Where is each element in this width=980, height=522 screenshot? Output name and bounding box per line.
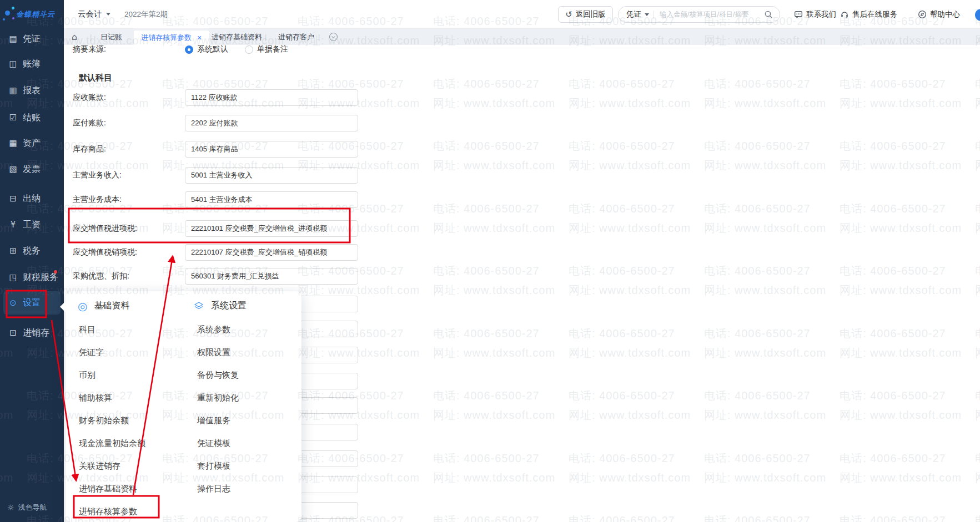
report-icon: ▥	[8, 85, 18, 95]
home-tab[interactable]: ⌂	[72, 29, 77, 45]
sidebar-item-label: 出纳	[23, 193, 41, 205]
settings-icon: ⊙	[8, 298, 18, 308]
close-tab-icon[interactable]: ×	[197, 34, 202, 42]
payable-account-input[interactable]	[185, 115, 358, 131]
vat-output-tax-input[interactable]	[185, 244, 358, 261]
menu-item-subjects[interactable]: 科目	[79, 325, 96, 335]
tab-bar: ⌂ | 日记账 进销存核算参数 × 进销存基础资料 | 进销存客户 |	[64, 29, 980, 45]
layers-icon	[193, 301, 204, 312]
logo-dot-icon	[12, 7, 14, 9]
basic-data-header: ◎ 基础资料	[78, 300, 129, 312]
menu-item-operation-log[interactable]: 操作日志	[197, 484, 230, 494]
logo-dot-icon	[3, 18, 5, 21]
top-header: 云会计 2022年第2期 ↺ 返回旧版 凭证 联系我们	[64, 0, 980, 29]
sidebar-item-settings[interactable]: ⊙ 设置	[3, 291, 61, 315]
purchase-discount-input[interactable]	[185, 268, 358, 285]
after-sales-service-link[interactable]: 售后在线服务	[840, 0, 897, 28]
menu-item-voucher-template[interactable]: 凭证模板	[197, 438, 230, 449]
sidebar-item-report[interactable]: ▥ 报表	[3, 79, 61, 102]
help-center-label: 帮助中心	[930, 9, 960, 19]
sidebar-item-cashier[interactable]: ⊟ 出纳	[3, 187, 61, 210]
vat-input-tax-input[interactable]	[185, 220, 358, 237]
sidebar-item-inventory[interactable]: ⊡ 进销存	[3, 321, 61, 344]
sidebar-item-label: 设置	[23, 297, 41, 309]
invoice-icon: ▧	[8, 164, 18, 174]
form-row-payable: 应付账款:	[73, 115, 358, 131]
search-input[interactable]	[659, 10, 760, 19]
asset-icon: ▦	[8, 138, 18, 148]
sun-icon: ☼	[7, 503, 14, 512]
undo-icon: ↺	[565, 9, 572, 19]
closing-icon: ☑	[8, 113, 18, 123]
menu-item-reinitialize[interactable]: 重新初始化	[197, 393, 239, 403]
sidebar-item-voucher[interactable]: ▤ 凭证	[3, 27, 61, 50]
radio-document-note[interactable]	[245, 45, 253, 54]
tab-journal[interactable]: 日记账	[100, 29, 122, 45]
product-switcher[interactable]: 云会计	[78, 0, 110, 28]
back-button-label: 返回旧版	[576, 9, 606, 19]
contact-us-link[interactable]: 联系我们	[794, 0, 836, 28]
tab-overflow-icon[interactable]	[329, 29, 338, 45]
payroll-icon: ¥	[8, 220, 18, 230]
main-income-input[interactable]	[185, 167, 358, 184]
radio-system-default[interactable]	[185, 45, 193, 54]
form-row-main-income: 主营业务收入:	[73, 167, 358, 184]
menu-item-backup-restore[interactable]: 备份与恢复	[197, 370, 239, 381]
menu-item-print-template[interactable]: 套打模板	[197, 461, 230, 472]
logo-dot-icon	[12, 17, 14, 19]
sidebar-item-label: 税务	[23, 245, 41, 257]
field-label: 应交增值税进项税:	[73, 224, 185, 234]
menu-item-voucher-word[interactable]: 凭证字	[79, 347, 104, 358]
menu-item-system-params[interactable]: 系统参数	[197, 325, 230, 335]
chevron-down-icon	[106, 13, 110, 16]
app-logo: 金蝶精斗云	[0, 0, 64, 29]
tax-icon: ⊞	[8, 246, 18, 256]
tab-inventory-basic-data[interactable]: 进销存基础资料	[212, 29, 262, 45]
basic-data-icon: ◎	[78, 301, 87, 312]
inventory-icon: ⊡	[8, 328, 18, 338]
search-icon[interactable]	[764, 10, 773, 19]
compass-icon	[918, 10, 927, 19]
divider	[654, 11, 654, 19]
field-label: 应交增值税销项税:	[73, 247, 185, 257]
sidebar-item-asset[interactable]: ▦ 资产	[3, 131, 61, 155]
back-to-old-version-button[interactable]: ↺ 返回旧版	[558, 6, 613, 23]
menu-item-value-added-service[interactable]: 增值服务	[197, 415, 230, 426]
sidebar-item-tax[interactable]: ⊞ 税务	[3, 239, 61, 262]
tab-inventory-accounting-params[interactable]: 进销存核算参数 ×	[134, 31, 209, 45]
menu-item-inventory-basic-data[interactable]: 进销存基础资料	[79, 484, 137, 494]
contact-us-label: 联系我们	[806, 9, 836, 19]
menu-item-inventory-accounting-params[interactable]: 进销存核算参数	[79, 506, 137, 517]
main-cost-input[interactable]	[185, 191, 358, 208]
tab-inventory-customer[interactable]: 进销存客户	[278, 29, 314, 45]
menu-item-currency[interactable]: 币别	[79, 370, 96, 381]
light-theme-label: 浅色导航	[18, 503, 47, 513]
help-center-link[interactable]: 帮助中心	[918, 0, 960, 28]
logo-dot-icon	[5, 11, 10, 16]
receivable-account-input[interactable]	[185, 89, 358, 106]
sidebar-item-finance-tax-service[interactable]: ◳ 财税服务	[3, 266, 61, 289]
menu-item-financial-initial-balance[interactable]: 财务初始余额	[79, 415, 129, 426]
sidebar-item-ledger[interactable]: ◫ 账簿	[3, 52, 61, 75]
basic-data-title: 基础资料	[94, 300, 129, 312]
radio-document-note-label: 单据备注	[257, 44, 288, 54]
voucher-icon: ▤	[8, 34, 18, 44]
menu-item-link-inventory[interactable]: 关联进销存	[79, 461, 120, 472]
menu-item-cashflow-initial-balance[interactable]: 现金流量初始余额	[79, 438, 145, 449]
field-label: 主营业务收入:	[73, 170, 185, 180]
sidebar-item-label: 资产	[23, 138, 41, 149]
sidebar-item-closing[interactable]: ☑ 结账	[3, 106, 61, 129]
menu-item-permission-settings[interactable]: 权限设置	[197, 347, 230, 358]
sidebar-item-payroll[interactable]: ¥ 工资	[3, 213, 61, 236]
menu-item-auxiliary-accounting[interactable]: 辅助核算	[79, 393, 112, 403]
stock-goods-input[interactable]	[185, 141, 358, 158]
search-category-select[interactable]: 凭证	[626, 9, 649, 19]
form-row-main-cost: 主营业务成本:	[73, 191, 358, 208]
sidebar-item-label: 进销存	[23, 327, 49, 339]
form-row-vat-input-tax: 应交增值税进项税:	[73, 220, 358, 237]
field-label: 应收账款:	[73, 93, 185, 103]
sidebar-item-label: 工资	[23, 219, 41, 231]
light-theme-toggle[interactable]: ☼ 浅色导航	[7, 503, 47, 513]
form-row-vat-output-tax: 应交增值税销项税:	[73, 244, 358, 261]
sidebar-item-invoice[interactable]: ▧ 发票	[3, 158, 61, 181]
